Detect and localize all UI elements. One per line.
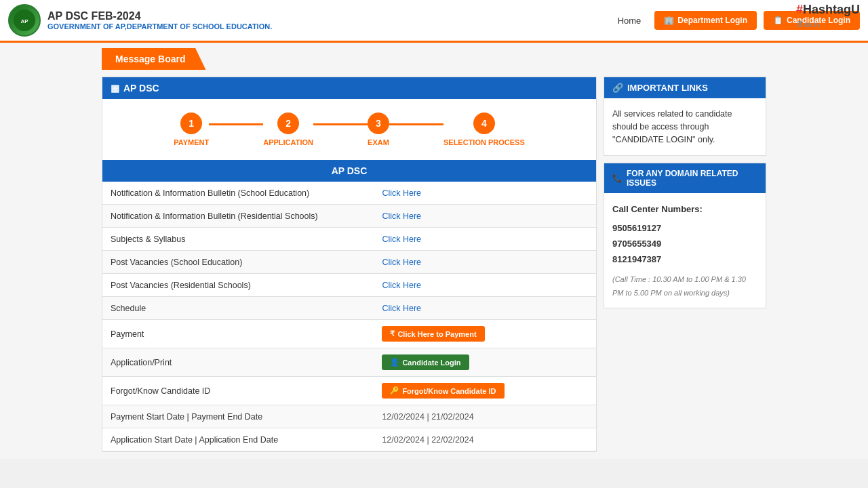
step-1: 1 PAYMENT <box>174 113 209 146</box>
table-row: Schedule Click Here <box>102 297 596 320</box>
cand-icon: 📋 <box>773 16 783 25</box>
important-links-body: All services related to candidate should… <box>604 98 766 155</box>
logo: AP <box>8 4 41 37</box>
main-content: ▦ AP DSC 1 PAYMENT 2 APPLICATION 3 <box>0 70 868 459</box>
hashtag-logo: #HashtagUతెలుగు <box>796 3 860 31</box>
table-row: Post Vacancies (Residential Schools) Cli… <box>102 274 596 297</box>
phone-icon: 📞 <box>612 174 623 183</box>
step-label-3: EXAM <box>368 138 389 146</box>
call-number-2: 9705655349 <box>612 236 757 251</box>
left-panel: ▦ AP DSC 1 PAYMENT 2 APPLICATION 3 <box>102 77 597 452</box>
row-label: Payment <box>102 320 374 348</box>
row-label: Payment Start Date | Payment End Date <box>102 405 374 428</box>
step-label-1: PAYMENT <box>174 138 209 146</box>
table-row: Payment Start Date | Payment End Date 12… <box>102 405 596 428</box>
topbar: AP AP DSC FEB-2024 GOVERNMENT OF AP,DEPA… <box>0 0 868 43</box>
step-label-2: APPLICATION <box>263 138 313 146</box>
table-row: Notification & Information Bulletin (Sch… <box>102 182 596 205</box>
rupee-icon: ₹ <box>390 329 395 338</box>
row-label: Post Vacancies (School Education) <box>102 251 374 274</box>
domain-issues-header: 📞 FOR ANY DOMAIN RELATED ISSUES <box>604 163 766 193</box>
table-row: Forgot/Know Candidate ID 🔑 Forgot/Know C… <box>102 377 596 405</box>
step-4: 4 SELECTION PROCESS <box>443 113 525 146</box>
application-login-button[interactable]: 👤 Candidate Login <box>382 354 469 370</box>
row-label: Subjects & Syllabus <box>102 228 374 251</box>
data-table: Notification & Information Bulletin (Sch… <box>102 182 596 451</box>
svg-text:AP: AP <box>20 18 28 24</box>
payment-dates: 12/02/2024 | 21/02/2024 <box>382 412 473 422</box>
section-header: AP DSC <box>102 160 596 182</box>
header-title: AP DSC FEB-2024 <box>47 10 272 22</box>
step-circle-4: 4 <box>473 113 495 134</box>
row-label: Application Start Date | Application End… <box>102 428 374 451</box>
step-circle-2: 2 <box>277 113 299 134</box>
click-here-link[interactable]: Click Here <box>382 304 421 313</box>
key-icon: 🔑 <box>390 386 399 395</box>
click-here-link[interactable]: Click Here <box>382 258 421 267</box>
step-line-3 <box>389 123 443 125</box>
grid-icon: ▦ <box>111 83 119 94</box>
user-icon: 👤 <box>390 358 399 367</box>
row-label: Notification & Information Bulletin (Res… <box>102 205 374 228</box>
table-row: Notification & Information Bulletin (Res… <box>102 205 596 228</box>
home-link[interactable]: Home <box>618 16 642 26</box>
header-subtitle: GOVERNMENT OF AP,DEPARTMENT OF SCHOOL ED… <box>47 22 272 30</box>
step-line-1 <box>209 123 263 125</box>
message-board-section: Message Board <box>0 43 868 70</box>
click-here-link[interactable]: Click Here <box>382 281 421 290</box>
table-row: Post Vacancies (School Education) Click … <box>102 251 596 274</box>
call-center-title: Call Center Numbers: <box>612 201 757 217</box>
row-label: Notification & Information Bulletin (Sch… <box>102 182 374 205</box>
left-panel-header: ▦ AP DSC <box>102 77 596 99</box>
step-2: 2 APPLICATION <box>263 113 313 146</box>
step-label-4: SELECTION PROCESS <box>443 138 525 146</box>
click-here-link[interactable]: Click Here <box>382 188 421 198</box>
dept-icon: 🏢 <box>664 16 674 25</box>
row-label: Application/Print <box>102 348 374 377</box>
important-links-box: 🔗 IMPORTANT LINKS All services related t… <box>604 77 766 156</box>
table-row: Application Start Date | Application End… <box>102 428 596 451</box>
call-number-3: 8121947387 <box>612 251 757 267</box>
row-label: Schedule <box>102 297 374 320</box>
table-row: Subjects & Syllabus Click Here <box>102 228 596 251</box>
forgot-candidate-button[interactable]: 🔑 Forgot/Know Candidate ID <box>382 383 504 399</box>
link-icon: 🔗 <box>612 83 623 93</box>
right-panel: 🔗 IMPORTANT LINKS All services related t… <box>604 77 766 452</box>
header-titles: AP DSC FEB-2024 GOVERNMENT OF AP,DEPARTM… <box>47 10 272 30</box>
domain-issues-body: Call Center Numbers: 9505619127 97056553… <box>604 193 766 308</box>
click-here-link[interactable]: Click Here <box>382 235 421 244</box>
click-here-link[interactable]: Click Here <box>382 211 421 221</box>
call-number-1: 9505619127 <box>612 220 757 236</box>
domain-issues-box: 📞 FOR ANY DOMAIN RELATED ISSUES Call Cen… <box>604 163 766 308</box>
step-circle-3: 3 <box>368 113 389 134</box>
topbar-left: AP AP DSC FEB-2024 GOVERNMENT OF AP,DEPA… <box>8 4 272 37</box>
row-label: Post Vacancies (Residential Schools) <box>102 274 374 297</box>
table-row: Payment ₹ Click Here to Payment <box>102 320 596 348</box>
message-board-tab[interactable]: Message Board <box>102 48 205 70</box>
payment-button[interactable]: ₹ Click Here to Payment <box>382 326 484 342</box>
row-label: Forgot/Know Candidate ID <box>102 377 374 405</box>
dept-login-button[interactable]: 🏢 Department Login <box>654 11 757 30</box>
application-dates: 12/02/2024 | 22/02/2024 <box>382 435 473 445</box>
step-line-2 <box>313 123 368 125</box>
important-links-header: 🔗 IMPORTANT LINKS <box>604 77 766 98</box>
call-time: (Call Time : 10.30 AM to 1.00 PM & 1.30 … <box>612 273 757 300</box>
step-circle-1: 1 <box>180 113 202 134</box>
table-row: Application/Print 👤 Candidate Login <box>102 348 596 377</box>
step-3: 3 EXAM <box>368 113 389 146</box>
steps-container: 1 PAYMENT 2 APPLICATION 3 EXAM <box>102 99 596 160</box>
